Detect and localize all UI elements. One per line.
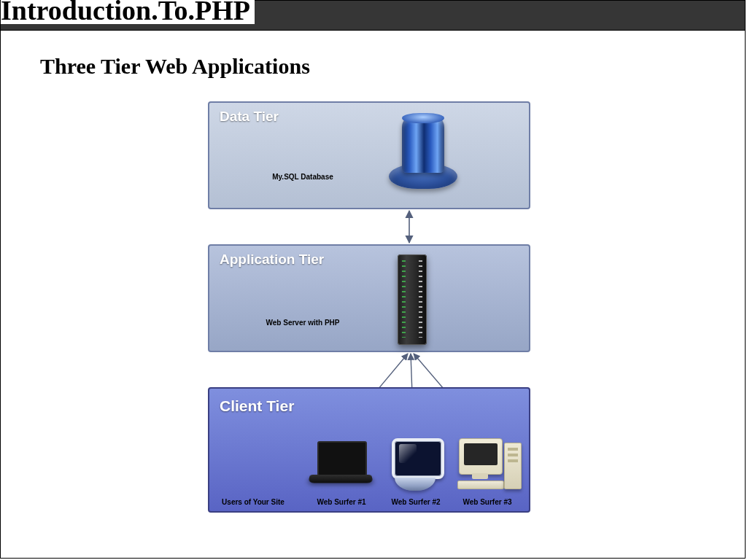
desktop-pc-icon xyxy=(459,438,522,495)
laptop-icon xyxy=(310,441,371,492)
client2-caption: Web Surfer #2 xyxy=(383,498,449,506)
client-tier-title: Client Tier xyxy=(220,397,294,415)
data-tier-title: Data Tier xyxy=(220,109,279,125)
application-tier-box: Application Tier Web Server with PHP xyxy=(208,244,530,352)
slide-title: Introduction.To.PHP xyxy=(1,0,255,24)
client3-caption: Web Surfer #3 xyxy=(454,498,520,506)
webserver-caption: Web Server with PHP xyxy=(252,319,354,327)
slide-subtitle: Three Tier Web Applications xyxy=(40,54,745,79)
data-tier-box: Data Tier My.SQL Database xyxy=(208,101,530,209)
slide: Introduction.To.PHP Three Tier Web Appli… xyxy=(0,0,746,559)
server-rack-icon xyxy=(398,254,427,345)
three-tier-diagram: Data Tier My.SQL Database Application Ti… xyxy=(206,101,533,523)
client1-caption: Web Surfer #1 xyxy=(309,498,374,506)
users-caption: Users of Your Site xyxy=(217,498,290,506)
imac-icon xyxy=(387,438,443,494)
client-tier-box: Client Tier Users of Your Site Web Surfe… xyxy=(208,387,530,513)
database-caption: My.SQL Database xyxy=(266,173,339,181)
title-bar: Introduction.To.PHP xyxy=(1,1,745,31)
application-tier-title: Application Tier xyxy=(220,252,324,268)
database-icon xyxy=(389,113,457,195)
